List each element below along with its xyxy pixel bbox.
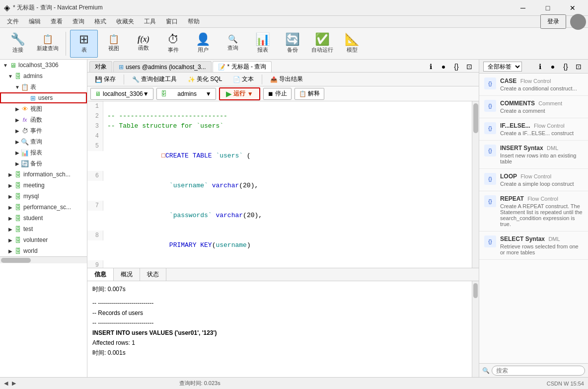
sidebar-item-query-group[interactable]: ▶ 🔍 查询 (0, 136, 87, 147)
sidebar-item-report-group[interactable]: ▶ 📊 报表 (0, 147, 87, 158)
menu-edit[interactable]: 编辑 (24, 16, 46, 27)
db8-label: volunteer (23, 236, 85, 243)
snippet-ifelse-row: {} IF...ELSE... Flow Control Create a IF… (484, 122, 583, 136)
sidebar-item-backup-group[interactable]: ▶ 🔄 备份 (0, 158, 87, 169)
menu-help[interactable]: 帮助 (183, 16, 205, 27)
right-icon-braces[interactable]: {} (560, 61, 571, 72)
db-selector[interactable]: 🗄 admins ▼ (156, 88, 216, 100)
snippet-case[interactable]: {} CASE Flow Control Create a conditiona… (479, 74, 588, 96)
sidebar-item-view-group[interactable]: ▶ 👁 视图 (0, 103, 87, 114)
braces-icon[interactable]: {} (451, 61, 462, 72)
result-vscroll[interactable] (472, 281, 479, 377)
tag-selector[interactable]: 全部标签 (483, 62, 522, 72)
sidebar-item-func-group[interactable]: ▶ fx 函数 (0, 114, 87, 125)
grid-icon[interactable]: ⊡ (464, 61, 475, 72)
menu-view[interactable]: 查看 (46, 16, 68, 27)
toolbar-table[interactable]: ⊞ 表 (70, 30, 98, 58)
tab-object[interactable]: 对象 (89, 61, 112, 72)
menu-window[interactable]: 窗口 (161, 16, 183, 27)
snippet-ifelse[interactable]: {} IF...ELSE... Flow Control Create a IF… (479, 118, 588, 141)
right-icon-grid[interactable]: ⊡ (573, 61, 584, 72)
toolbar-connect[interactable]: 🔧 连接 (4, 30, 32, 58)
menu-file[interactable]: 文件 (2, 16, 24, 27)
text-button[interactable]: 📄 文本 (228, 74, 258, 85)
snippet-select[interactable]: {} SELECT Syntax DML Retrieve rows selec… (479, 232, 588, 260)
expand-arrow: ▶ (7, 216, 14, 221)
toolbar-event[interactable]: ⏱ 事件 (159, 30, 187, 58)
result-tab-status[interactable]: 状态 (140, 268, 166, 281)
toolbar-query[interactable]: 🔍 查询 (219, 30, 247, 58)
export-button[interactable]: 📤 导出结果 (266, 74, 307, 85)
sql-editor[interactable]: 1 2 -- ---------------------------- 3 --… (87, 101, 472, 268)
sidebar-item-volunteer[interactable]: ▶ 🗄 volunteer (0, 234, 87, 245)
sidebar-item-localhost[interactable]: ▼ 🖥 localhost_3306 (0, 60, 87, 71)
host-selector[interactable]: 🖥 localhost_3306 ▼ (90, 88, 153, 100)
hscroll-right-btn[interactable]: ▶ (12, 380, 16, 387)
right-icon-info[interactable]: ℹ (534, 61, 545, 72)
expand-arrow: ▶ (7, 248, 14, 254)
tab-untitled-query[interactable]: 📝 * 无标题 - 查询 (213, 61, 272, 72)
menu-tools[interactable]: 工具 (139, 16, 161, 27)
event-icon: ⏱ (167, 33, 179, 45)
user-label: 用户 (198, 46, 209, 54)
sidebar-item-admins[interactable]: ▼ 🗄 admins (0, 71, 87, 81)
tab-users-table[interactable]: ⊞ users @admins (localhost_3... (113, 61, 212, 72)
toolbar-report[interactable]: 📊 报表 (249, 30, 277, 58)
sidebar-item-mysql[interactable]: ▶ 🗄 mysql (0, 191, 87, 202)
table-tab-icon: ⊞ (119, 64, 124, 71)
minimize-button[interactable]: ─ (512, 0, 534, 16)
sidebar-hscroll[interactable] (0, 256, 87, 263)
snippet-repeat-icon: {} (484, 195, 496, 207)
sidebar-item-meeting[interactable]: ▶ 🗄 meeting (0, 180, 87, 191)
sidebar-item-event-group[interactable]: ▶ ⏱ 事件 (0, 125, 87, 136)
sidebar-item-student[interactable]: ▶ 🗄 student (0, 213, 87, 224)
snippet-comments-title: COMMENTS (500, 100, 535, 107)
result-vscroll-thumb[interactable] (473, 283, 478, 298)
save-button[interactable]: 💾 保存 (90, 74, 120, 85)
run-button[interactable]: ▶ 运行 ▼ (219, 87, 260, 100)
toolbar-view[interactable]: 📋 视图 (100, 30, 128, 58)
run-dropdown-icon: ▼ (247, 90, 253, 97)
explain-button[interactable]: 📋 解释 (294, 88, 324, 100)
expand-arrow: ▶ (14, 150, 21, 156)
search-input[interactable] (492, 366, 585, 376)
info-icon[interactable]: ℹ (425, 61, 436, 72)
menu-query[interactable]: 查询 (68, 16, 89, 27)
snippet-insert[interactable]: {} INSERT Syntax DML Insert new rows int… (479, 141, 588, 169)
result-tab-info[interactable]: 信息 (87, 268, 114, 281)
event-label: 事件 (168, 46, 179, 54)
hscroll-left-btn[interactable]: ◀ (4, 380, 8, 387)
menu-favorites[interactable]: 收藏夹 (111, 16, 139, 27)
sidebar-item-world[interactable]: ▶ 🗄 world (0, 245, 87, 256)
right-icon-dot[interactable]: ● (547, 61, 558, 72)
menu-format[interactable]: 格式 (89, 16, 111, 27)
toolbar-backup[interactable]: 🔄 备份 (279, 30, 306, 58)
login-button[interactable]: 登录 (540, 14, 566, 29)
expand-arrow: ▶ (14, 128, 21, 134)
sidebar-item-test[interactable]: ▶ 🗄 test (0, 224, 87, 234)
result-tab-overview[interactable]: 概况 (114, 268, 140, 281)
query-builder-button[interactable]: 🔧 查询创建工具 (128, 74, 181, 85)
toolbar-model[interactable]: 📐 模型 (338, 30, 366, 58)
toolbar-auto-run[interactable]: ✅ 自动运行 (308, 30, 336, 58)
sidebar-item-performance-schema[interactable]: ▶ 🗄 performance_sc... (0, 202, 87, 213)
toolbar-new-query[interactable]: 📋 新建查询 (34, 30, 62, 58)
toolbar-user[interactable]: 👤 用户 (189, 30, 217, 58)
sidebar-item-information-schema[interactable]: ▶ 🗄 information_sch... (0, 169, 87, 180)
toolbar-function[interactable]: f(x) 函数 (130, 30, 157, 58)
query-builder-label: 查询创建工具 (141, 75, 177, 83)
editor-vscroll-thumb[interactable] (473, 103, 478, 133)
editor-vscroll[interactable] (472, 101, 479, 268)
model-label: 模型 (347, 46, 358, 54)
snippet-loop[interactable]: {} LOOP Flow Control Create a simple loo… (479, 169, 588, 191)
circle-icon[interactable]: ● (438, 61, 449, 72)
sidebar-item-users[interactable]: ⊞ users (0, 92, 87, 103)
snippet-comments[interactable]: {} COMMENTS Comment Create a comment (479, 96, 588, 118)
snippet-repeat[interactable]: {} REPEAT Flow Control Create A REPEAT c… (479, 191, 588, 232)
text-icon: 📄 (233, 76, 240, 83)
sidebar-hscroll-thumb[interactable] (1, 258, 31, 263)
snippet-select-title-row: SELECT Syntax DML (500, 235, 583, 242)
stop-button[interactable]: ⏹ 停止 (263, 88, 292, 100)
sidebar-item-table-group[interactable]: ▼ 📋 表 (0, 81, 87, 92)
beautify-button[interactable]: ✨ 美化 SQL (183, 74, 226, 85)
